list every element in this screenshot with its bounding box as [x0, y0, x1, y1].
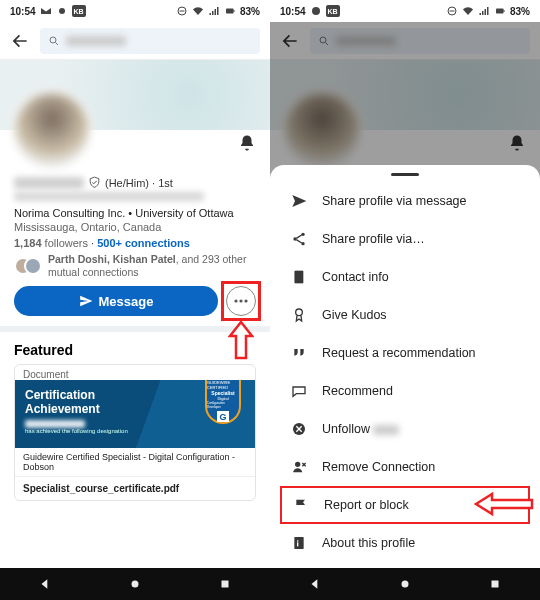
nav-recent-icon[interactable] — [488, 577, 502, 591]
sheet-handle[interactable] — [391, 173, 419, 176]
annotation-box — [221, 281, 261, 321]
cert-preview: Certification Achievement has achieved t… — [15, 380, 255, 448]
svg-point-10 — [312, 7, 320, 15]
pronouns: (He/Him) — [105, 177, 149, 189]
sheet-label: Share profile via message — [322, 194, 467, 208]
location-line: Mississauga, Ontario, Canada — [14, 221, 256, 233]
mutual-names: Parth Doshi, Kishan Patel — [48, 253, 176, 265]
sheet-about-profile[interactable]: About this profile — [270, 524, 540, 562]
wifi-icon — [462, 5, 474, 17]
battery-icon — [494, 5, 506, 17]
right-screenshot: 10:54 KB 83% (He/Him) · 1s — [270, 0, 540, 600]
mutual-connections[interactable]: Parth Doshi, Kishan Patel, and 293 other… — [14, 253, 256, 278]
nav-home-icon[interactable] — [398, 577, 412, 591]
sheet-share-message[interactable]: Share profile via message — [270, 182, 540, 220]
headline-redacted — [14, 192, 204, 201]
wifi-icon — [192, 5, 204, 17]
search-icon — [48, 35, 60, 47]
cover-photo — [0, 60, 270, 130]
unfollow-icon — [291, 421, 307, 437]
back-icon[interactable] — [10, 31, 30, 51]
sheet-label: Share profile via… — [322, 232, 425, 246]
followers-count: 1,184 — [14, 237, 42, 249]
svg-rect-25 — [492, 581, 499, 588]
svg-rect-3 — [233, 10, 234, 12]
remove-person-icon — [291, 459, 307, 475]
search-icon — [318, 35, 330, 47]
annotation-arrow-left-icon — [474, 492, 534, 516]
chat-icon — [310, 5, 322, 17]
android-navbar — [0, 568, 270, 600]
contact-book-icon — [291, 269, 307, 285]
svg-point-8 — [132, 581, 139, 588]
featured-card[interactable]: Document Certification Achievement has a… — [14, 364, 256, 501]
svg-rect-23 — [297, 542, 298, 546]
annotation-arrow-up-icon — [228, 320, 254, 360]
unfollow-name-redacted — [373, 425, 399, 435]
doc-type-label: Document — [15, 365, 255, 380]
svg-rect-12 — [496, 9, 504, 14]
search-input[interactable] — [40, 28, 260, 54]
profile-name-redacted — [14, 177, 84, 189]
search-input — [310, 28, 530, 54]
status-battery: 83% — [240, 6, 260, 17]
nav-recent-icon[interactable] — [218, 577, 232, 591]
app-header — [0, 22, 270, 60]
battery-icon — [224, 5, 236, 17]
company-line: Norima Consulting Inc. • University of O… — [14, 207, 256, 219]
cert-small: has achieved the following designation — [25, 428, 245, 434]
svg-point-18 — [296, 309, 303, 316]
stats-line: 1,184 followers · 500+ connections — [14, 237, 256, 249]
sheet-label: Contact info — [322, 270, 389, 284]
svg-rect-21 — [294, 537, 303, 549]
sheet-recommend[interactable]: Recommend — [270, 372, 540, 410]
gmail-icon — [40, 5, 52, 17]
action-sheet: Share profile via message Share profile … — [270, 165, 540, 568]
bell-button[interactable] — [238, 134, 256, 156]
svg-point-0 — [59, 8, 65, 14]
status-battery: 83% — [510, 6, 530, 17]
android-navbar — [270, 568, 540, 600]
sheet-request-recommendation[interactable]: Request a recommendation — [270, 334, 540, 372]
sheet-label: Give Kudos — [322, 308, 387, 322]
doc-title: Guidewire Certified Specialist - Digital… — [15, 448, 255, 476]
svg-rect-13 — [503, 10, 504, 12]
nav-back-icon[interactable] — [308, 577, 322, 591]
info-icon — [291, 535, 307, 551]
sheet-unfollow[interactable]: Unfollow — [270, 410, 540, 448]
sheet-label: Request a recommendation — [322, 346, 476, 360]
nav-home-icon[interactable] — [128, 577, 142, 591]
message-button-label: Message — [99, 294, 154, 309]
signal-icon — [478, 5, 490, 17]
featured-heading: Featured — [14, 342, 256, 358]
badge-g-icon: G — [217, 411, 229, 422]
search-value-redacted — [66, 36, 126, 46]
connections-link[interactable]: 500+ connections — [97, 237, 190, 249]
message-button[interactable]: Message — [14, 286, 218, 316]
badge-sub2: Configuration Developer — [207, 401, 239, 409]
svg-point-24 — [402, 581, 409, 588]
badge-icon: KB — [72, 5, 86, 17]
dnd-icon — [446, 5, 458, 17]
cert-name-redacted — [25, 420, 85, 428]
doc-filename: Specialist_course_certificate.pdf — [15, 476, 255, 500]
flag-icon — [293, 497, 309, 513]
badge-icon: KB — [326, 5, 340, 17]
svg-point-14 — [320, 37, 326, 43]
sheet-label: About this profile — [322, 536, 415, 550]
avatar[interactable] — [12, 90, 92, 170]
notif-dot-icon — [56, 5, 68, 17]
nav-back-icon[interactable] — [38, 577, 52, 591]
sheet-contact-info[interactable]: Contact info — [270, 258, 540, 296]
sheet-share-via[interactable]: Share profile via… — [270, 220, 540, 258]
svg-rect-2 — [226, 9, 234, 14]
sheet-label: Remove Connection — [322, 460, 435, 474]
sheet-give-kudos[interactable]: Give Kudos — [270, 296, 540, 334]
kudos-icon — [291, 307, 307, 323]
svg-point-20 — [295, 462, 300, 467]
sheet-label: Unfollow — [322, 422, 370, 436]
dnd-icon — [176, 5, 188, 17]
quote-icon — [291, 345, 307, 361]
share-icon — [291, 231, 307, 247]
sheet-remove-connection[interactable]: Remove Connection — [270, 448, 540, 486]
